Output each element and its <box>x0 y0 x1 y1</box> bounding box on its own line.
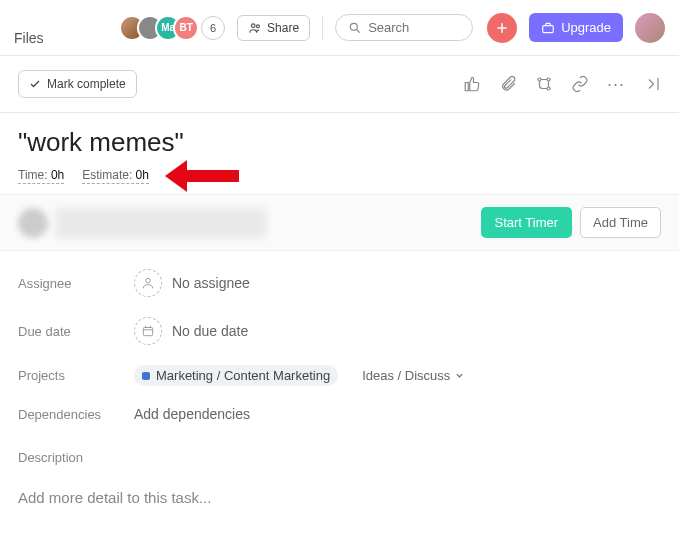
svg-point-1 <box>257 24 260 27</box>
projects-value: Marketing / Content Marketing Ideas / Di… <box>134 365 465 386</box>
avatar[interactable]: BT <box>173 15 199 41</box>
time-row: Time: 0h Estimate: 0h <box>18 168 661 184</box>
upgrade-label: Upgrade <box>561 20 611 35</box>
project-chip[interactable]: Marketing / Content Marketing <box>134 365 338 386</box>
svg-rect-12 <box>143 328 152 336</box>
field-label: Assignee <box>18 276 134 291</box>
blurred-text <box>56 208 266 238</box>
field-label: Dependencies <box>18 407 134 422</box>
mark-complete-label: Mark complete <box>47 77 126 91</box>
field-label: Projects <box>18 368 134 383</box>
time-field[interactable]: Time: 0h <box>18 168 64 184</box>
share-label: Share <box>267 21 299 35</box>
briefcase-icon <box>541 21 555 35</box>
search-icon <box>348 21 362 35</box>
upgrade-button[interactable]: Upgrade <box>529 13 623 42</box>
description-input[interactable]: Add more detail to this task... <box>18 483 661 512</box>
field-label: Description <box>18 440 661 483</box>
share-button[interactable]: Share <box>237 15 310 41</box>
add-time-button[interactable]: Add Time <box>580 207 661 238</box>
svg-point-7 <box>538 78 541 81</box>
dependencies-row: Dependencies Add dependencies <box>18 396 661 432</box>
svg-point-0 <box>252 23 256 27</box>
svg-line-3 <box>357 29 360 32</box>
project-color-dot <box>142 372 150 380</box>
collapse-icon[interactable] <box>643 75 661 93</box>
title-section: "work memes" Time: 0h Estimate: 0h <box>0 113 679 194</box>
add-button[interactable] <box>487 13 517 43</box>
collaborator-avatars[interactable]: Ma BT 6 <box>119 15 225 41</box>
blurred-avatar <box>18 208 48 238</box>
svg-point-9 <box>547 87 550 90</box>
search-input[interactable] <box>368 20 458 35</box>
calendar-icon <box>134 317 162 345</box>
attachment-icon[interactable] <box>499 75 517 93</box>
search-box[interactable] <box>335 14 473 41</box>
avatar-more-count[interactable]: 6 <box>201 16 225 40</box>
subtask-icon[interactable] <box>535 75 553 93</box>
task-fields: Assignee No assignee Due date No due dat… <box>0 251 679 440</box>
projects-row: Projects Marketing / Content Marketing I… <box>18 355 661 396</box>
field-label: Due date <box>18 324 134 339</box>
start-timer-button[interactable]: Start Timer <box>481 207 573 238</box>
task-title[interactable]: "work memes" <box>18 127 661 158</box>
chevron-down-icon <box>454 370 465 381</box>
plus-icon <box>495 21 509 35</box>
svg-point-11 <box>146 278 151 283</box>
toolbar-icons: ··· <box>463 75 661 93</box>
estimate-field[interactable]: Estimate: 0h <box>82 168 149 184</box>
assignee-value[interactable]: No assignee <box>134 269 250 297</box>
svg-point-2 <box>350 23 357 30</box>
svg-rect-6 <box>543 25 554 32</box>
like-icon[interactable] <box>463 75 481 93</box>
duedate-row: Due date No due date <box>18 307 661 355</box>
more-icon[interactable]: ··· <box>607 75 625 93</box>
task-toolbar: Mark complete ··· <box>0 56 679 113</box>
duedate-value[interactable]: No due date <box>134 317 248 345</box>
topbar: Files Ma BT 6 Share Upgrade <box>0 0 679 56</box>
svg-point-8 <box>547 78 550 81</box>
link-icon[interactable] <box>571 75 589 93</box>
description-section: Description Add more detail to this task… <box>0 440 679 522</box>
assignee-row: Assignee No assignee <box>18 259 661 307</box>
timer-row: Start Timer Add Time <box>0 194 679 251</box>
project-section-dropdown[interactable]: Ideas / Discuss <box>362 368 465 383</box>
divider <box>322 16 323 40</box>
mark-complete-button[interactable]: Mark complete <box>18 70 137 98</box>
person-icon <box>134 269 162 297</box>
dependencies-value[interactable]: Add dependencies <box>134 406 250 422</box>
check-icon <box>29 78 41 90</box>
files-link[interactable]: Files <box>14 10 44 46</box>
people-icon <box>248 21 262 35</box>
profile-avatar[interactable] <box>635 13 665 43</box>
